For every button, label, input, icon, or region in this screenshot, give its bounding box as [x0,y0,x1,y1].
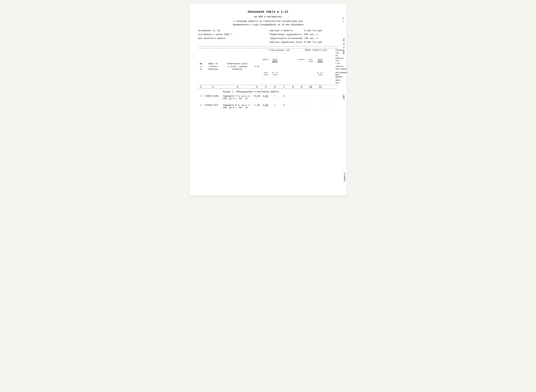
th-total-all: всего [297,58,306,71]
page: Т П 805-4-21.89 2897 6/04201 ЛОКАЛЬНАЯ С… [189,4,347,196]
subtitle: на КИП и автоматику [198,15,338,18]
th-total-mach-placeholder [325,58,335,71]
th-unit-base: оснз/пл [261,71,270,78]
row2-qty: 7,00 [253,103,261,109]
th-labor: Затраты тру-да рабочих,чел.-ч.незанятыхо… [335,48,338,71]
th-unit-basezp: в т.чз/пл [270,71,280,78]
index-row: I 2 3 4 5 6 7 8 9 I0 II [198,85,338,89]
th-total-mach: экспмашин [316,58,325,71]
row1-num: I [198,94,204,100]
th-unit-total: всего [261,58,270,71]
row1-labor-total: – [325,94,335,100]
side-text-num: 2897 [343,94,345,99]
divider-top [198,46,338,47]
title-section: ЛОКАЛЬНАЯ СМЕТА № I–I5 на КИП и автомати… [198,10,338,26]
info-left: Основание: А, СО Составлена в ценах 1984… [198,29,266,44]
row2-total-basezp: – [306,103,316,109]
idx-7: 7 [280,85,288,89]
idx-5: 5 [261,85,270,89]
th-total-base: оснз/пл [306,58,316,71]
th-unit-price: Стоим.единицы, руб [261,48,297,58]
row1-total: 9 [280,94,288,100]
row2-labor-total: – [325,103,335,109]
section-title-row: Раздел I. Оборудование и монтажные работ… [198,89,338,94]
row1-labor-unit: – [316,94,325,100]
table-row-1: I I70648-I286 Термометр П 5, дл.в.ч.- 24… [198,94,338,100]
row1-total-base: – [288,94,297,100]
th-qty: К-во [253,48,261,85]
th-total-r3-1 [297,71,306,78]
row2-num: 2 [198,103,204,109]
th-unit-basezp-placeholder [288,58,297,71]
idx-3: 3 [222,85,253,89]
th-r4-3 [280,78,288,85]
row1-unit-total: 0.85 [261,94,270,100]
idx-6: 6 [270,85,280,89]
side-text-top: Т П [342,18,345,22]
idx-2: 2 [204,85,222,89]
main-title: ЛОКАЛЬНАЯ СМЕТА № I–I5 [198,10,338,14]
idx-9: 9 [297,85,306,89]
th-unit-mach: экспмашин [270,58,280,71]
side-text-code: 805-4-21.89 [343,38,345,54]
side-text-bottom: 6/04201 [343,173,346,182]
main-table: №№шпп Шифр и №позициинорматива Наименова… [198,48,338,109]
idx-10: I0 [306,85,316,89]
row2-code: I70648-I27I [204,103,222,109]
th-unit-r3-3 [280,71,288,78]
th-total-r3-3: в т.чз/пл [316,71,325,78]
th-r4-1 [261,78,270,85]
th-total-r3-4 [325,71,335,78]
row2-unit-mach: = [270,103,280,109]
row1-unit-mach: = [270,94,280,100]
th-r4-8 [325,78,335,85]
row1-qty: I0,00 [253,94,261,100]
th-labor-unit: на ед [335,78,336,85]
th-r4-4 [288,78,297,85]
row1-total-mach: – [297,94,306,100]
header-row-1: №№шпп Шифр и №позициинорматива Наименова… [198,48,338,58]
table-row-2: 2 I70648-I27I Термометр П 4, дл.в.ч.- 24… [198,103,338,109]
row1-name: Термометр П 5, дл.в.ч.- 240, дл.н.ч.-66 … [222,94,253,100]
idx-12 [325,85,335,89]
row2-name: Термометр П 4, дл.в.ч.- 240, дл.н.ч -66 … [222,103,253,109]
th-num: №№шпп [198,48,204,85]
th-r4-2 [270,78,280,85]
idx-4: 4 [253,85,261,89]
th-r4-6 [306,78,316,85]
row1-total-basezp: – [306,94,316,100]
info-right: Сметная стоимость 3,196 тнс.руб. Нормати… [266,29,338,44]
row1-code: I70648-I286 [204,94,222,100]
th-labor-mach: обслуживаю-щие машины [335,71,336,78]
th-r4-5 [297,78,306,85]
th-code: Шифр и №позициинорматива [204,48,222,85]
th-total-price: Общая стоимость,руб [297,48,335,58]
spacer-1 [198,100,338,103]
th-unit-base-placeholder [280,58,288,71]
idx-8: 8 [288,85,297,89]
th-total-r3-2 [306,71,316,78]
idx-11: II [316,85,325,89]
row2-total-base: – [288,103,297,109]
info-section: Основание: А, СО Составлена в ценах 1984… [198,29,338,44]
description: к типовому проекту на строительство инку… [198,19,338,26]
row2-total: 6 [280,103,288,109]
th-r4-7 [316,78,325,85]
section-title-text: Раздел I. Оборудование и монтажные работ… [222,89,335,94]
row2-labor-unit: – [316,103,325,109]
th-name: Наименование работи затрат, единицаизмер… [222,48,253,85]
th-unit-r3-4 [288,71,297,78]
idx-1: I [198,85,204,89]
row2-unit-total: 0.85 [261,103,270,109]
row2-total-mach: – [297,103,306,109]
